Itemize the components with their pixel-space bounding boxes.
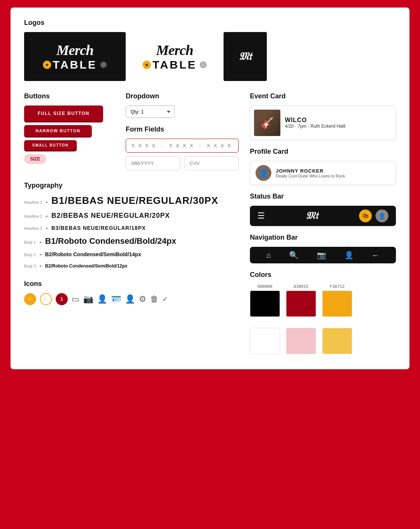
typo-h3-label: Headline 3 <box>24 226 42 231</box>
color-light-yellow-label <box>336 321 339 326</box>
color-red-swatch <box>286 290 316 317</box>
qty-dropdown[interactable]: Qty: 1 Qty: 2 Qty: 3 <box>126 105 175 118</box>
back-arrow-icon-outline[interactable]: ← <box>40 293 52 305</box>
typo-b3-label: Body 3 <box>24 264 36 268</box>
table-row-dark: ★ TABLE <box>43 58 107 71</box>
bag-icon[interactable]: 🛍 <box>359 209 372 222</box>
typo-b1-dash: - <box>40 239 41 245</box>
profile-description: Really Cool Dude Who Loves to Rock <box>276 174 345 178</box>
typography-title: Typography <box>24 182 239 190</box>
icons-row: ← ← 1 ▭ 📷 👤 🪪 👤 ⚙ 🗑 ✓ <box>24 293 239 305</box>
event-info: WILCO 4/20 - 7pm - Ruth Eckerd Halll <box>285 117 345 129</box>
profile-info: JOHNNY ROCKER Really Cool Dude Who Loves… <box>276 168 345 178</box>
dropdown-title: Dropdown <box>126 92 239 100</box>
person-icon[interactable]: 👤 <box>97 294 107 304</box>
home-nav-icon[interactable]: ⌂ <box>266 251 271 260</box>
camera-icon[interactable]: 📷 <box>83 294 93 304</box>
form-fields-section: Form Fields <box>126 125 239 170</box>
logo-icon-text: 𝔐𝔱 <box>239 50 252 63</box>
event-image <box>254 110 280 136</box>
chevron-down-icon[interactable]: ✓ <box>162 295 168 303</box>
status-bar: ☰ 𝔐𝔱 🛍 👤 <box>250 206 396 226</box>
typo-h3-text: B3/BEBAS NEUE/REGULAR/18PX <box>51 225 146 231</box>
vinyl-light <box>200 61 207 68</box>
search-nav-icon[interactable]: 🔍 <box>289 251 298 260</box>
profile-name: JOHNNY ROCKER <box>276 168 345 174</box>
logo-light-content: Merch ★ TABLE <box>143 42 207 71</box>
typo-b2: Body 2 - B2/Roboto Condensed/SemiBold/14… <box>24 251 239 257</box>
typo-h2-text: B2/BEBAS NEUE/REGULAR/20PX <box>51 212 170 220</box>
number-1-icon[interactable]: 1 <box>56 293 68 305</box>
color-pink <box>286 321 316 354</box>
colors-title: Colors <box>250 271 396 279</box>
content-left: Buttons FULL SIZE BUTTON NARROW BUTTON S… <box>24 92 239 354</box>
color-yellow-swatch <box>322 290 352 317</box>
color-red-label: A30015 <box>294 284 309 289</box>
colors-grid: 000000 A30015 F3A712 <box>250 284 396 317</box>
profile-avatar: 👤 <box>256 165 271 181</box>
size-button[interactable]: SIZE <box>24 154 46 164</box>
typography-section: Typography Headline 1 - B1/BEBAS NEUE/RE… <box>24 182 239 269</box>
logo-dark: Merch ★ TABLE <box>24 32 126 81</box>
settings-icon[interactable]: ⚙ <box>139 294 146 304</box>
status-bar-title: Status Bar <box>250 193 396 200</box>
buttons-title: Buttons <box>24 92 111 100</box>
color-yellow-label: F3A712 <box>330 284 345 289</box>
color-black: 000000 <box>250 284 280 317</box>
color-pink-swatch <box>286 328 316 354</box>
typo-h1-dash: - <box>46 199 48 205</box>
typo-h3: Headline 3 - B3/BEBAS NEUE/REGULAR/18PX <box>24 225 239 231</box>
back-arrow-icon-yellow[interactable]: ← <box>24 293 36 305</box>
typo-b1: Body 1 - B1/Roboto Condensed/Bold/24px <box>24 236 239 246</box>
typo-h3-dash: - <box>46 225 48 231</box>
main-card: Logos Merch ★ TABLE <box>11 8 409 369</box>
camera-nav-icon[interactable]: 📷 <box>317 251 326 260</box>
user-nav-icon[interactable]: 👤 <box>344 251 354 260</box>
logo-light: Merch ★ TABLE <box>133 32 216 81</box>
table-text-dark: TABLE <box>53 58 97 71</box>
color-white-label <box>264 321 266 326</box>
color-white <box>250 321 280 354</box>
content-row: Buttons FULL SIZE BUTTON NARROW BUTTON S… <box>24 92 396 354</box>
nav-bar-title: Navigation Bar <box>250 234 396 242</box>
merch-text-light: Merch <box>156 42 193 58</box>
card-number-input[interactable] <box>126 139 239 153</box>
event-card: WILCO 4/20 - 7pm - Ruth Eckerd Halll <box>250 105 396 140</box>
typo-b1-text: B1/Roboto Condensed/Bold/24px <box>45 236 176 246</box>
profile-card: 👤 JOHNNY ROCKER Really Cool Dude Who Lov… <box>250 161 396 185</box>
logo-dark-content: Merch ★ TABLE <box>43 42 107 71</box>
form-fields-title: Form Fields <box>126 125 239 133</box>
typo-b3: Body 3 - B2/Roboto Condensed/SemiBold/12… <box>24 263 239 269</box>
cvv-input[interactable] <box>184 156 239 170</box>
date-input[interactable] <box>126 156 180 170</box>
content-right: Event Card WILCO 4/20 - 7pm - Ruth Ecker… <box>250 92 396 354</box>
avatar-icon: 👤 <box>259 168 268 177</box>
hamburger-icon[interactable]: ☰ <box>257 211 265 221</box>
profile-card-title: Profile Card <box>250 148 396 156</box>
typo-h2-label: Headline 2 <box>24 214 42 219</box>
color-black-label: 000000 <box>257 284 272 289</box>
trash-icon[interactable]: 🗑 <box>150 294 158 304</box>
star-icon-dark: ★ <box>43 61 51 69</box>
user-avatar-icon[interactable]: 👤 <box>376 209 388 222</box>
full-size-button[interactable]: FULL SIZE BUTTON <box>24 105 103 121</box>
person2-icon[interactable]: 👤 <box>125 294 135 304</box>
card-icon[interactable]: 🪪 <box>111 294 121 304</box>
buttons-dropdown-row: Buttons FULL SIZE BUTTON NARROW BUTTON S… <box>24 92 239 170</box>
vinyl-dark <box>100 61 107 68</box>
narrow-button[interactable]: NARROW BUTTON <box>24 125 92 136</box>
rectangle-icon[interactable]: ▭ <box>72 294 79 304</box>
color-yellow: F3A712 <box>322 284 352 317</box>
table-text-light: TABLE <box>152 58 197 71</box>
colors-section: Colors 000000 A30015 F3A712 <box>250 271 396 354</box>
logo-icon: 𝔐𝔱 <box>224 32 267 81</box>
star-icon-light: ★ <box>143 61 151 69</box>
small-button[interactable]: SMALL BUTTON <box>24 140 77 150</box>
table-row-light: ★ TABLE <box>143 58 207 71</box>
back-nav-icon[interactable]: ← <box>372 251 379 260</box>
typo-b1-label: Body 1 <box>24 240 36 245</box>
event-details: 4/20 - 7pm - Ruth Eckerd Halll <box>285 124 345 129</box>
color-red: A30015 <box>286 284 316 317</box>
icons-section: Icons ← ← 1 ▭ 📷 👤 🪪 👤 ⚙ 🗑 ✓ <box>24 280 239 305</box>
typo-b3-text: B2/Roboto Condensed/SemiBold/12px <box>45 263 128 269</box>
